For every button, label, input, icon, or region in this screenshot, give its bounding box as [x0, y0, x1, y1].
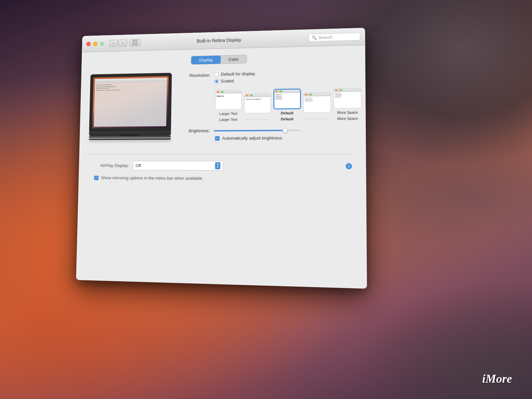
checkbox-checkmark: ✓	[216, 137, 219, 140]
tb-green-3	[280, 90, 282, 92]
scale-thumb-medium2[interactable]: Here's to thetroublemakersones who dont	[304, 92, 331, 113]
nav-buttons: ‹ ›	[109, 39, 127, 47]
tab-group: Display Color	[191, 55, 247, 65]
laptop-ui-preview: Here's to the troublemakers... The ones …	[94, 78, 167, 127]
all-prefs-button[interactable]	[129, 39, 141, 46]
dropdown-arrows-icon: ▲ ▼	[215, 162, 220, 169]
back-button[interactable]: ‹	[109, 40, 118, 47]
laptop-foot	[89, 138, 171, 140]
imore-watermark: iMore	[482, 372, 512, 386]
tb-red-5	[335, 89, 337, 91]
scale-more-space: Here's to thetroublemakersones who don't…	[333, 88, 361, 114]
airplay-row: AirPlay Display: Off ▲ ▼ i	[91, 161, 352, 171]
main-content-area: Here's to the troublemakers... The ones …	[89, 69, 355, 148]
scale-thumbnails-row: Here's Larger Text	[215, 88, 361, 116]
scale-label-more: More Space	[337, 110, 358, 115]
minimize-button[interactable]	[93, 41, 97, 46]
resolution-label: Resolution:	[181, 72, 210, 78]
search-icon: 🔍	[312, 35, 317, 40]
laptop-screen: Here's to the troublemakers... The ones …	[92, 76, 169, 128]
settings-panel: Resolution: Default for display Scaled	[180, 69, 361, 148]
thumb-content-3: Here's to ttroublemaones who	[274, 93, 300, 101]
mirroring-checkbox[interactable]: ✓	[94, 176, 98, 180]
resolution-section: Resolution: Default for display Scaled	[181, 69, 361, 84]
laptop-screen-content: Here's to the troublemakers... The ones …	[92, 76, 169, 128]
tab-bar: Display Color	[91, 52, 355, 67]
tb-red-1	[217, 91, 219, 93]
divider	[88, 154, 355, 154]
tb-red-4	[305, 94, 307, 95]
scale-options-section: Here's Larger Text	[215, 88, 361, 121]
tb-green-4	[310, 94, 312, 95]
search-box[interactable]: 🔍 Search	[309, 33, 360, 42]
resolution-default-radio[interactable]	[214, 72, 219, 77]
tb-yellow-2	[248, 94, 250, 96]
laptop-stand	[89, 136, 171, 138]
brightness-row: Brightness:	[181, 127, 361, 133]
brightness-slider[interactable]	[214, 129, 301, 131]
close-button[interactable]	[86, 42, 91, 46]
ruler-label-more: More Space	[333, 116, 361, 121]
window-title: Built-in Retina Display	[197, 37, 241, 43]
laptop-ui-text: Here's to the troublemakers... The ones …	[95, 81, 167, 92]
scale-thumb-more-space[interactable]: Here's to thetroublemakersones who don't…	[333, 88, 361, 108]
info-icon[interactable]: i	[346, 163, 352, 169]
laptop-body: Here's to the troublemakers... The ones …	[89, 73, 172, 132]
tb-yellow-3	[278, 90, 280, 92]
thumb-content-2: Here's to troublem...	[245, 97, 271, 101]
laptop-preview: Here's to the troublemakers... The ones …	[89, 73, 172, 140]
brightness-label: Brightness:	[181, 128, 210, 133]
resolution-default-label: Default for display	[221, 71, 255, 77]
scale-thumb-default[interactable]: Here's to ttroublemaones who	[274, 89, 301, 109]
tb-yellow-4	[308, 94, 309, 95]
resolution-scaled-label: Scaled	[221, 78, 234, 83]
mirroring-checkmark: ✓	[95, 176, 98, 180]
brightness-thumb[interactable]	[283, 128, 287, 133]
thumb-content-5: Here's to thetroublemakersones who don't…	[334, 92, 361, 99]
auto-brightness-checkbox[interactable]: ✓	[215, 136, 220, 141]
scale-default: Here's to ttroublemaones who Default	[274, 89, 301, 115]
tb-red-3	[276, 90, 277, 92]
grid-icon	[132, 40, 138, 46]
scale-medium2: Here's to thetroublemakersones who dont	[304, 92, 331, 115]
auto-brightness-label: Automatically adjust brightness	[222, 135, 282, 141]
thumb-content-1: Here's	[216, 93, 241, 99]
ruler-label-larger: Larger Text	[215, 117, 241, 122]
resolution-default-option[interactable]: Default for display	[214, 71, 255, 77]
ruler-label-default: Default	[274, 117, 301, 121]
scale-label-default: Default	[281, 111, 294, 115]
scale-larger-text: Here's Larger Text	[215, 90, 242, 116]
mirroring-row: ✓ Show mirroring options in the menu bar…	[94, 175, 352, 182]
ruler-line	[245, 119, 269, 120]
bottom-section: AirPlay Display: Off ▲ ▼ i ✓ Show mirro	[88, 161, 355, 182]
down-arrow-icon: ▼	[216, 166, 219, 169]
scale-label-larger: Larger Text	[219, 111, 237, 115]
brightness-section: Brightness: ✓ Automatically adjust brigh…	[181, 127, 362, 141]
traffic-lights	[86, 41, 104, 46]
scale-ruler-labels: Larger Text Default More Space	[215, 116, 361, 122]
tb-green-2	[251, 94, 252, 96]
tab-display[interactable]: Display	[191, 56, 220, 64]
airplay-label: AirPlay Display:	[91, 163, 129, 168]
airplay-value: Off	[136, 163, 141, 168]
tab-color[interactable]: Color	[220, 55, 246, 64]
resolution-options: Default for display Scaled	[214, 71, 255, 84]
window-content: Display Color Here's to th	[76, 45, 367, 289]
resolution-scaled-option[interactable]: Scaled	[214, 78, 255, 84]
resolution-scaled-radio[interactable]	[214, 79, 219, 83]
display-preferences-window: ‹ › Built-in Retina Display 🔍	[76, 28, 367, 289]
search-placeholder: Search	[318, 35, 332, 40]
radio-selected-dot	[215, 80, 218, 82]
tb-green-5	[340, 89, 342, 91]
window-frame: ‹ › Built-in Retina Display 🔍	[76, 28, 367, 289]
scale-medium1: Here's to troublem...	[244, 93, 271, 116]
laptop-base	[89, 131, 171, 136]
maximize-button[interactable]	[100, 41, 104, 46]
mirroring-label: Show mirroring options in the menu bar w…	[101, 175, 202, 181]
ruler-line-2	[305, 118, 330, 119]
forward-button[interactable]: ›	[118, 39, 127, 47]
up-arrow-icon: ▲	[216, 163, 219, 166]
airplay-dropdown[interactable]: Off ▲ ▼	[133, 161, 223, 171]
scale-thumb-larger-text[interactable]: Here's	[215, 90, 242, 110]
scale-thumb-medium1[interactable]: Here's to troublem...	[244, 93, 271, 114]
